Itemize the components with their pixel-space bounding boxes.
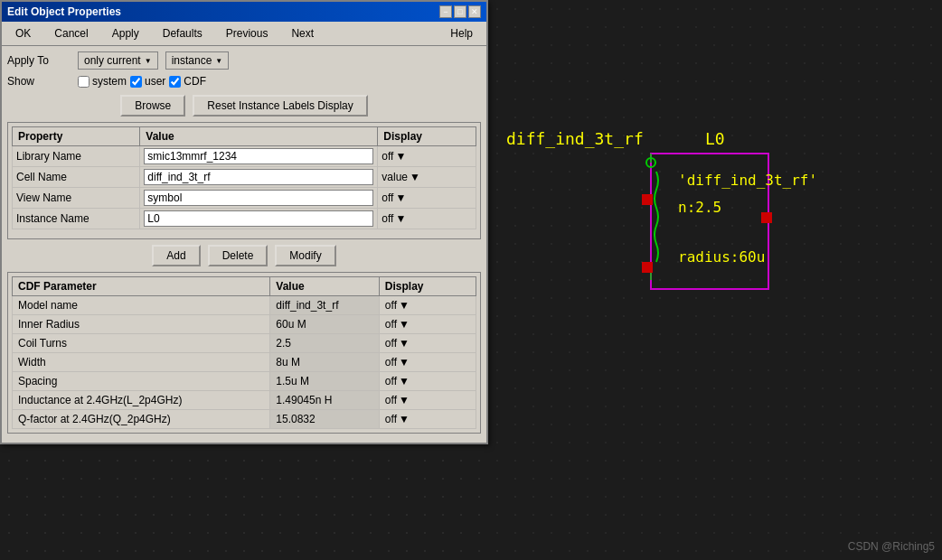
cdf-row-qfactor: Q-factor at 2.4GHz(Q_2p4GHz) 15.0832 off… <box>13 410 476 429</box>
library-name-input[interactable] <box>144 148 373 164</box>
cdf-model-display: off ▼ <box>379 296 476 315</box>
show-row: Show system user CDF <box>7 75 481 88</box>
cdf-turns-display: off ▼ <box>379 334 476 353</box>
prop-cell-name: Cell Name <box>13 167 140 188</box>
previous-button[interactable]: Previous <box>216 23 278 43</box>
display-cell-name: value ▼ <box>378 167 476 188</box>
show-system-label: system <box>92 75 127 88</box>
instance-label-text: L0 <box>705 129 725 148</box>
prop-instance-name: Instance Name <box>13 209 140 229</box>
apply-to-label: Apply To <box>7 54 71 67</box>
show-checkboxes: system user CDF <box>78 75 206 88</box>
cdf-inner-radius-label: Inner Radius <box>13 315 270 334</box>
svg-rect-5 <box>642 194 653 205</box>
svg-text:radius:60u: radius:60u <box>678 248 765 266</box>
svg-rect-6 <box>642 262 653 273</box>
cdf-spacing-dropdown[interactable]: ▼ <box>399 375 410 387</box>
cdf-width-dropdown[interactable]: ▼ <box>399 356 410 369</box>
action-buttons-row: Add Delete Modify <box>7 245 481 266</box>
display-instance-dropdown[interactable]: ▼ <box>395 212 406 225</box>
cdf-model-name-value: diff_ind_3t_rf <box>270 296 380 315</box>
val-view-name <box>140 188 378 209</box>
cdf-inner-radius-value: 60u M <box>270 315 380 334</box>
show-cdf-label: CDF <box>184 75 206 88</box>
show-system-checkbox[interactable] <box>78 76 89 88</box>
display-header: Display <box>378 127 476 146</box>
instance-name-input[interactable] <box>144 210 373 227</box>
cdf-display-header: Display <box>379 277 476 296</box>
display-view: off ▼ <box>378 188 476 209</box>
browse-button[interactable]: Browse <box>120 95 185 117</box>
cdf-model-dropdown[interactable]: ▼ <box>399 299 410 312</box>
cdf-spacing-label: Spacing <box>13 372 270 391</box>
show-user-item: user <box>130 75 165 88</box>
circuit-diagram: diff_ind_3t_rf L0 'diff_ind_3t_rf' n:2.5… <box>488 0 942 560</box>
table-row: Cell Name value ▼ <box>13 167 476 188</box>
cdf-qfactor-label: Q-factor at 2.4GHz(Q_2p4GHz) <box>13 410 270 429</box>
svg-rect-7 <box>761 212 772 223</box>
table-row: Library Name off ▼ <box>13 146 476 167</box>
cancel-button[interactable]: Cancel <box>44 23 98 43</box>
prop-library-name: Library Name <box>13 146 140 167</box>
cdf-coil-turns-value: 2.5 <box>270 334 380 353</box>
watermark: CSDN @Riching5 <box>848 540 935 553</box>
svg-text:n:2.5: n:2.5 <box>678 199 721 216</box>
view-name-input[interactable] <box>144 190 373 206</box>
maximize-button[interactable]: □ <box>454 5 466 18</box>
ok-button[interactable]: OK <box>5 23 41 43</box>
svg-text:'diff_ind_3t_rf': 'diff_ind_3t_rf' <box>678 172 817 189</box>
help-button[interactable]: Help <box>440 23 483 43</box>
cdf-row-radius: Inner Radius 60u M off ▼ <box>13 315 476 334</box>
val-library-name <box>140 146 378 167</box>
property-header: Property <box>13 127 140 146</box>
cdf-table: CDF Parameter Value Display Model name d… <box>12 276 476 429</box>
apply-to-instance-dropdown[interactable]: instance <box>165 51 230 70</box>
minimize-button[interactable]: − <box>439 5 452 18</box>
cdf-row-model: Model name diff_ind_3t_rf off ▼ <box>13 296 476 315</box>
cdf-width-label: Width <box>13 353 270 372</box>
display-instance: off ▼ <box>378 209 476 229</box>
show-label: Show <box>7 75 71 88</box>
delete-button[interactable]: Delete <box>208 245 268 266</box>
reset-button[interactable]: Reset Instance Labels Display <box>193 95 367 117</box>
cdf-turns-dropdown[interactable]: ▼ <box>399 337 410 350</box>
next-button[interactable]: Next <box>281 23 324 43</box>
cdf-qfactor-display: off ▼ <box>379 410 476 429</box>
display-library-dropdown[interactable]: ▼ <box>395 150 406 163</box>
table-row: Instance Name off ▼ <box>13 209 476 229</box>
cdf-radius-display: off ▼ <box>379 315 476 334</box>
apply-button[interactable]: Apply <box>102 23 149 43</box>
cdf-row-spacing: Spacing 1.5u M off ▼ <box>13 372 476 391</box>
cdf-inductance-label: Inductance at 2.4GHz(L_2p4GHz) <box>13 391 270 410</box>
show-cdf-checkbox[interactable] <box>169 76 181 88</box>
cdf-table-section: CDF Parameter Value Display Model name d… <box>7 272 481 434</box>
display-cell-dropdown[interactable]: ▼ <box>410 171 420 183</box>
add-button[interactable]: Add <box>152 245 200 266</box>
close-button[interactable]: ✕ <box>468 5 481 18</box>
cell-name-input[interactable] <box>144 169 373 185</box>
cdf-qfactor-dropdown[interactable]: ▼ <box>399 413 410 425</box>
table-row: View Name off ▼ <box>13 188 476 209</box>
defaults-button[interactable]: Defaults <box>153 23 212 43</box>
cdf-row-width: Width 8u M off ▼ <box>13 353 476 372</box>
cdf-coil-turns-label: Coil Turns <box>13 334 270 353</box>
browse-reset-row: Browse Reset Instance Labels Display <box>7 95 481 117</box>
modify-button[interactable]: Modify <box>275 245 335 266</box>
val-instance-name <box>140 209 378 229</box>
cdf-width-display: off ▼ <box>379 353 476 372</box>
cdf-value-header: Value <box>270 277 380 296</box>
cdf-inductance-value: 1.49045n H <box>270 391 380 410</box>
display-value-label: value <box>382 171 408 183</box>
cdf-inductance-display: off ▼ <box>379 391 476 410</box>
title-text: Edit Object Properties <box>7 5 121 18</box>
cdf-radius-dropdown[interactable]: ▼ <box>399 318 410 331</box>
cdf-inductance-dropdown[interactable]: ▼ <box>399 394 410 406</box>
display-view-dropdown[interactable]: ▼ <box>395 191 406 204</box>
show-user-checkbox[interactable] <box>130 76 142 88</box>
apply-to-current-dropdown[interactable]: only current <box>78 51 158 70</box>
value-header: Value <box>140 127 378 146</box>
property-table-section: Property Value Display Library Name off … <box>7 122 481 239</box>
circuit-area: diff_ind_3t_rf L0 'diff_ind_3t_rf' n:2.5… <box>488 0 942 560</box>
dialog-content: Apply To only current instance Show syst… <box>2 46 486 443</box>
cdf-spacing-value: 1.5u M <box>270 372 380 391</box>
